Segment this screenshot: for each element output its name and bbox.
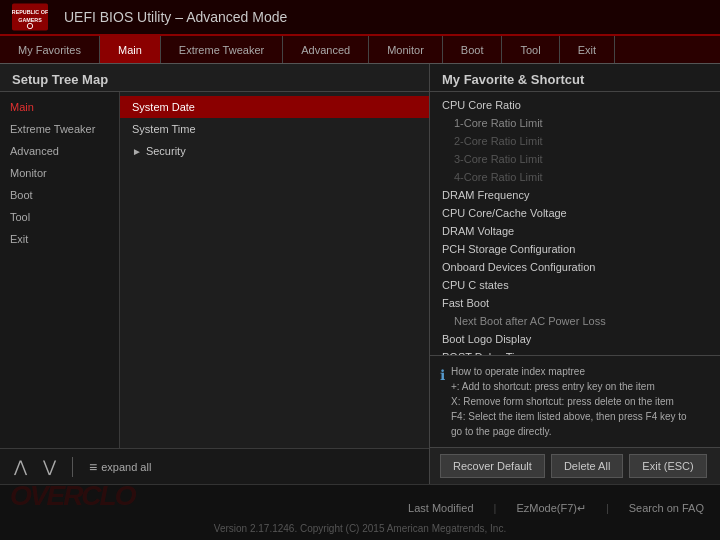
copyright-text: Version 2.17.1246. Copyright (C) 2015 Am… bbox=[0, 519, 720, 540]
list-item[interactable]: 3-Core Ratio Limit bbox=[430, 150, 720, 168]
scroll-up-button[interactable]: ⋀ bbox=[10, 455, 31, 478]
list-item[interactable]: DRAM Frequency bbox=[430, 186, 720, 204]
sidebar-item-advanced[interactable]: Advanced bbox=[0, 140, 119, 162]
list-item[interactable]: 4-Core Ratio Limit bbox=[430, 168, 720, 186]
recover-default-button[interactable]: Recover Default bbox=[440, 454, 545, 478]
sidebar-item-monitor[interactable]: Monitor bbox=[0, 162, 119, 184]
setup-tree-header: Setup Tree Map bbox=[0, 64, 429, 92]
tree-footer: ⋀ ⋁ ≡ expand all bbox=[0, 448, 429, 484]
right-panel: My Favorite & Shortcut CPU Core Ratio 1-… bbox=[430, 64, 720, 484]
search-faq-link[interactable]: Search on FAQ bbox=[629, 502, 704, 515]
submenu-item-security[interactable]: ► Security bbox=[120, 140, 429, 162]
favorites-list: CPU Core Ratio 1-Core Ratio Limit 2-Core… bbox=[430, 92, 720, 356]
tab-exit[interactable]: Exit bbox=[560, 36, 615, 63]
tab-extreme-tweaker[interactable]: Extreme Tweaker bbox=[161, 36, 283, 63]
delete-all-button[interactable]: Delete All bbox=[551, 454, 623, 478]
tab-advanced[interactable]: Advanced bbox=[283, 36, 369, 63]
rog-logo-icon: REPUBLIC OF GAMERS bbox=[12, 3, 48, 31]
submenu-arrow-icon: ► bbox=[132, 146, 142, 157]
left-panel: Setup Tree Map Main Extreme Tweaker Adva… bbox=[0, 64, 430, 484]
list-item[interactable]: CPU Core/Cache Voltage bbox=[430, 204, 720, 222]
list-item[interactable]: Next Boot after AC Power Loss bbox=[430, 312, 720, 330]
last-modified-link[interactable]: Last Modified bbox=[408, 502, 473, 515]
ezmode-link[interactable]: EzMode(F7)↵ bbox=[516, 502, 586, 515]
bottom-bar: OVERCLO Last Modified | EzMode(F7)↵ | Se… bbox=[0, 484, 720, 540]
sidebar-item-extreme-tweaker[interactable]: Extreme Tweaker bbox=[0, 118, 119, 140]
header-bar: REPUBLIC OF GAMERS UEFI BIOS Utility – A… bbox=[0, 0, 720, 36]
list-item[interactable]: DRAM Voltage bbox=[430, 222, 720, 240]
tab-monitor[interactable]: Monitor bbox=[369, 36, 443, 63]
bottom-links: Last Modified | EzMode(F7)↵ | Search on … bbox=[0, 498, 720, 519]
tree-content: Main Extreme Tweaker Advanced Monitor Bo… bbox=[0, 92, 429, 448]
main-content: Setup Tree Map Main Extreme Tweaker Adva… bbox=[0, 64, 720, 484]
tab-tool[interactable]: Tool bbox=[502, 36, 559, 63]
tree-submenu: System Date System Time ► Security bbox=[120, 92, 429, 448]
svg-text:REPUBLIC OF: REPUBLIC OF bbox=[12, 9, 48, 15]
submenu-item-system-date[interactable]: System Date bbox=[120, 96, 429, 118]
logo-area: REPUBLIC OF GAMERS bbox=[12, 3, 48, 31]
expand-all-icon: ≡ bbox=[89, 459, 97, 475]
tab-my-favorites[interactable]: My Favorites bbox=[0, 36, 100, 63]
sidebar-item-main[interactable]: Main bbox=[0, 96, 119, 118]
list-item[interactable]: PCH Storage Configuration bbox=[430, 240, 720, 258]
tab-boot[interactable]: Boot bbox=[443, 36, 503, 63]
list-item[interactable]: Fast Boot bbox=[430, 294, 720, 312]
tree-menu: Main Extreme Tweaker Advanced Monitor Bo… bbox=[0, 92, 120, 448]
favorites-header: My Favorite & Shortcut bbox=[430, 64, 720, 92]
header-title: UEFI BIOS Utility – Advanced Mode bbox=[64, 9, 287, 25]
expand-all-button[interactable]: ≡ expand all bbox=[89, 459, 151, 475]
sidebar-item-boot[interactable]: Boot bbox=[0, 184, 119, 206]
list-item[interactable]: 2-Core Ratio Limit bbox=[430, 132, 720, 150]
list-item[interactable]: CPU Core Ratio bbox=[430, 96, 720, 114]
list-item[interactable]: 1-Core Ratio Limit bbox=[430, 114, 720, 132]
expand-all-label: expand all bbox=[101, 461, 151, 473]
tab-bar: My Favorites Main Extreme Tweaker Advanc… bbox=[0, 36, 720, 64]
list-item[interactable]: CPU C states bbox=[430, 276, 720, 294]
scroll-down-button[interactable]: ⋁ bbox=[39, 455, 60, 478]
sidebar-item-tool[interactable]: Tool bbox=[0, 206, 119, 228]
list-item[interactable]: Boot Logo Display bbox=[430, 330, 720, 348]
info-icon: ℹ bbox=[440, 365, 445, 439]
sidebar-item-exit[interactable]: Exit bbox=[0, 228, 119, 250]
action-buttons: Recover Default Delete All Exit (ESC) bbox=[430, 447, 720, 484]
info-text: How to operate index maptree +: Add to s… bbox=[451, 364, 687, 439]
submenu-item-system-time[interactable]: System Time bbox=[120, 118, 429, 140]
exit-esc-button[interactable]: Exit (ESC) bbox=[629, 454, 706, 478]
list-item[interactable]: Onboard Devices Configuration bbox=[430, 258, 720, 276]
info-box: ℹ How to operate index maptree +: Add to… bbox=[430, 356, 720, 447]
svg-text:GAMERS: GAMERS bbox=[18, 17, 42, 23]
tab-main[interactable]: Main bbox=[100, 36, 161, 63]
list-item[interactable]: POST Delay Time bbox=[430, 348, 720, 356]
